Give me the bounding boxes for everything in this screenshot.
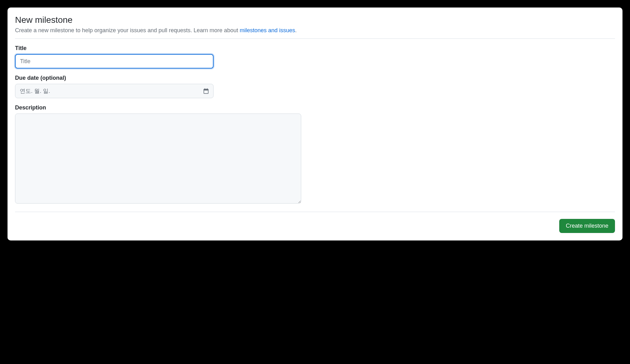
subtitle-text: Create a new milestone to help organize … xyxy=(15,27,240,33)
description-textarea[interactable] xyxy=(15,114,301,204)
subtitle-suffix: . xyxy=(295,27,297,33)
description-form-group: Description xyxy=(15,104,615,205)
milestones-issues-link[interactable]: milestones and issues xyxy=(240,27,295,33)
due-date-form-group: Due date (optional) 연도. 월. 일. xyxy=(15,75,615,98)
title-input[interactable] xyxy=(15,54,214,68)
due-date-input[interactable]: 연도. 월. 일. xyxy=(15,84,214,98)
milestone-panel: New milestone Create a new milestone to … xyxy=(8,8,622,240)
footer-divider xyxy=(15,212,615,212)
create-milestone-button[interactable]: Create milestone xyxy=(559,219,615,233)
page-subtitle: Create a new milestone to help organize … xyxy=(15,26,615,35)
due-date-label: Due date (optional) xyxy=(15,75,615,81)
title-form-group: Title xyxy=(15,45,615,68)
calendar-icon xyxy=(203,88,209,94)
footer-actions: Create milestone xyxy=(15,219,615,233)
description-label: Description xyxy=(15,104,615,111)
page-title: New milestone xyxy=(15,15,615,25)
title-label: Title xyxy=(15,45,615,52)
page-header: New milestone Create a new milestone to … xyxy=(15,15,615,39)
due-date-placeholder: 연도. 월. 일. xyxy=(20,87,50,95)
